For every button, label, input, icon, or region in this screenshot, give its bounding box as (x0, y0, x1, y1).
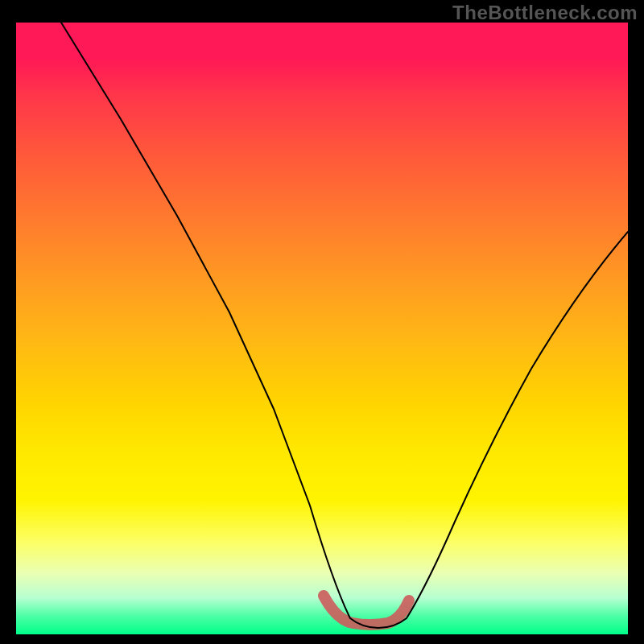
plot-area (16, 23, 628, 634)
chart-container: TheBottleneck.com (0, 0, 644, 644)
curve-svg (16, 23, 628, 634)
bottleneck-curve (61, 23, 628, 628)
curve-highlight (324, 596, 409, 625)
watermark-text: TheBottleneck.com (452, 2, 638, 24)
